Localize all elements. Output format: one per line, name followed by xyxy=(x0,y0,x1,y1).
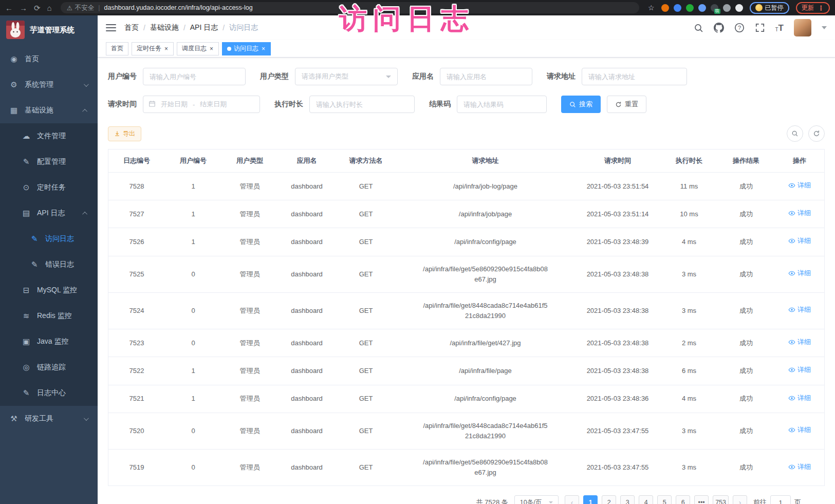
green-circle-extension-icon[interactable] xyxy=(686,4,694,12)
orange-ring-extension-icon[interactable] xyxy=(661,4,669,12)
toggle-search-button[interactable] xyxy=(787,125,803,142)
figure-extension-icon[interactable] xyxy=(735,4,743,12)
chevron-down-icon xyxy=(84,82,89,87)
detail-link[interactable]: 详细 xyxy=(788,365,811,375)
cell-id: 7521 xyxy=(108,385,165,413)
sidebar-item-label: 系统管理 xyxy=(25,80,53,89)
duration-input[interactable] xyxy=(309,96,415,113)
page-button-3[interactable]: 3 xyxy=(620,495,635,504)
page-button-6[interactable]: 6 xyxy=(676,495,690,504)
puzzle-extension-icon[interactable] xyxy=(723,4,731,12)
user-type-select[interactable]: 请选择用户类型 xyxy=(295,68,398,85)
refresh-table-button[interactable] xyxy=(808,125,825,142)
sidebar-item-定时任务[interactable]: ⊙定时任务 xyxy=(0,175,98,200)
browser-reload-icon[interactable]: ⟳ xyxy=(34,4,41,12)
app-logo[interactable]: 芋道管理系统 xyxy=(0,15,98,44)
sidebar-item-基础设施[interactable]: ▦基础设施 xyxy=(0,98,98,123)
search-button[interactable]: 搜索 xyxy=(561,96,601,113)
grid-extension-icon[interactable] xyxy=(698,4,706,12)
font-size-icon[interactable]: TT xyxy=(775,24,784,32)
sidebar-item-错误日志[interactable]: ✎错误日志 xyxy=(0,252,98,277)
sidebar-item-文件管理[interactable]: ☁文件管理 xyxy=(0,123,98,149)
cell-duration: 4 ms xyxy=(661,228,717,256)
close-icon[interactable]: × xyxy=(209,45,214,52)
detail-link-label: 详细 xyxy=(797,305,811,315)
blue-shield-extension-icon[interactable] xyxy=(674,4,681,12)
detail-link[interactable]: 详细 xyxy=(788,268,811,278)
breadcrumb-item: 访问日志 xyxy=(229,23,258,32)
breadcrumb-item[interactable]: 首页 xyxy=(124,23,139,32)
page-button-4[interactable]: 4 xyxy=(639,495,653,504)
docs-question-icon[interactable]: ? xyxy=(734,23,745,33)
breadcrumb-item[interactable]: 基础设施 xyxy=(150,23,179,32)
browser-update-button[interactable]: 更新⋮ xyxy=(796,2,830,14)
user-id-input[interactable] xyxy=(143,68,246,85)
detail-link[interactable]: 详细 xyxy=(788,236,811,246)
dashboard-icon: ◉ xyxy=(9,54,18,64)
request-url-input[interactable] xyxy=(582,68,687,85)
trace-icon: ◎ xyxy=(22,363,31,372)
bookmark-star-icon[interactable]: ☆ xyxy=(648,4,655,12)
browser-forward-icon[interactable]: → xyxy=(20,4,27,12)
detail-link[interactable]: 详细 xyxy=(788,337,811,347)
next-page-button[interactable]: › xyxy=(733,495,747,504)
detail-link[interactable]: 详细 xyxy=(788,208,811,218)
user-avatar[interactable] xyxy=(794,19,811,36)
browser-back-icon[interactable]: ← xyxy=(5,4,13,12)
meng-extension-icon[interactable]: 萌 xyxy=(711,4,718,12)
browser-menu-icon[interactable]: ⋮ xyxy=(818,4,825,12)
hamburger-icon[interactable] xyxy=(106,24,116,31)
app-name-input[interactable] xyxy=(440,68,532,85)
page-button-2[interactable]: 2 xyxy=(602,495,616,504)
tab-调度日志[interactable]: 调度日志× xyxy=(177,42,219,55)
detail-link[interactable]: 详细 xyxy=(788,393,811,403)
fullscreen-icon[interactable] xyxy=(755,23,765,33)
sidebar-item-研发工具[interactable]: ⚒研发工具 xyxy=(0,406,98,432)
sidebar-item-Redis 监控[interactable]: ≋Redis 监控 xyxy=(0,303,98,329)
result-code-input[interactable] xyxy=(457,96,547,113)
github-icon[interactable] xyxy=(714,23,724,33)
cell-time: 2021-05-03 23:48:36 xyxy=(574,385,661,413)
breadcrumb-item[interactable]: API 日志 xyxy=(190,23,218,32)
page-button-1[interactable]: 1 xyxy=(583,495,598,504)
cell-app: dashboard xyxy=(278,450,336,486)
sidebar-item-访问日志[interactable]: ✎访问日志 xyxy=(0,226,98,252)
detail-link[interactable]: 详细 xyxy=(788,180,811,191)
avatar-caret-icon[interactable] xyxy=(822,26,827,29)
page-url: dashboard.yudao.iocoder.cn/infra/log/api… xyxy=(104,4,253,11)
close-icon[interactable]: × xyxy=(164,45,169,52)
close-icon[interactable]: × xyxy=(261,45,266,52)
table-row: 75221管理员dashboardGET/api/infra/file/page… xyxy=(108,357,824,385)
detail-link[interactable]: 详细 xyxy=(788,305,811,315)
sidebar-item-API 日志[interactable]: ▤API 日志 xyxy=(0,200,98,226)
tab-访问日志[interactable]: 访问日志× xyxy=(222,42,271,55)
table-row: 75281管理员dashboardGET/api/infra/job-log/p… xyxy=(108,173,824,200)
header-search-icon[interactable] xyxy=(694,23,703,33)
export-button[interactable]: 导出 xyxy=(108,126,141,141)
sidebar-item-首页[interactable]: ◉首页 xyxy=(0,46,98,72)
browser-home-icon[interactable]: ⌂ xyxy=(47,4,52,12)
sidebar-item-MySQL 监控[interactable]: ⊟MySQL 监控 xyxy=(0,277,98,303)
request-time-range-picker[interactable]: 开始日期 - 结束日期 xyxy=(143,96,260,113)
prev-page-button[interactable]: ‹ xyxy=(565,495,579,504)
detail-link[interactable]: 详细 xyxy=(788,462,811,472)
page-button-5[interactable]: 5 xyxy=(657,495,672,504)
sidebar-item-系统管理[interactable]: ⚙系统管理 xyxy=(0,72,98,98)
sidebar-item-配置管理[interactable]: ✎配置管理 xyxy=(0,149,98,175)
sidebar-item-label: 链路追踪 xyxy=(37,363,66,372)
tab-定时任务[interactable]: 定时任务× xyxy=(132,42,174,55)
goto-page-input[interactable] xyxy=(770,495,791,504)
paused-extension-badge[interactable]: 已暂停 xyxy=(750,2,789,14)
address-bar[interactable]: ⚠不安全 | dashboard.yudao.iocoder.cn/infra/… xyxy=(61,2,639,13)
sidebar-item-日志中心[interactable]: ✎日志中心 xyxy=(0,380,98,406)
page-button-753[interactable]: 753 xyxy=(713,495,729,504)
tab-首页[interactable]: 首页 xyxy=(106,42,128,55)
sidebar-item-label: 配置管理 xyxy=(37,157,66,166)
detail-link[interactable]: 详细 xyxy=(788,425,811,435)
page-size-select[interactable]: 10条/页 xyxy=(514,495,559,504)
reset-button[interactable]: 重置 xyxy=(607,96,646,113)
sidebar-item-链路追踪[interactable]: ◎链路追踪 xyxy=(0,354,98,380)
sidebar-item-Java 监控[interactable]: ▣Java 监控 xyxy=(0,329,98,354)
page-ellipsis[interactable]: ••• xyxy=(694,495,709,504)
not-secure-warning[interactable]: ⚠不安全 xyxy=(67,4,95,12)
